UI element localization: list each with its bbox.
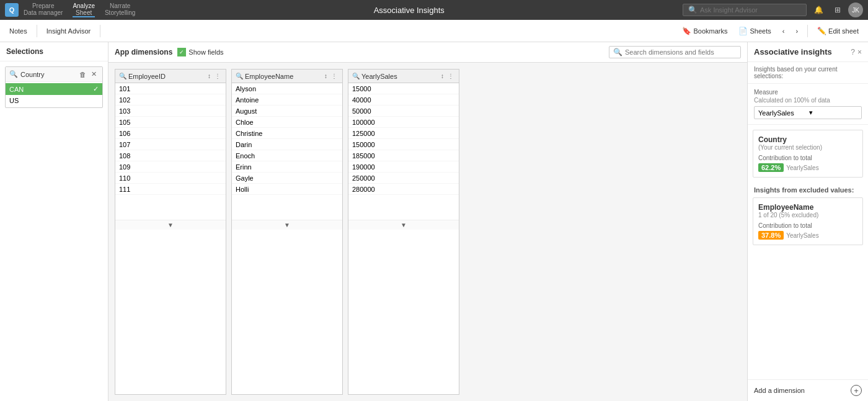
employee-id-list: 101102103105106107108109110111 bbox=[115, 83, 226, 220]
employee-name-menu-button[interactable]: ⋮ bbox=[330, 72, 339, 80]
yearly-sales-header: 🔍 YearlySales ↕ ⋮ bbox=[348, 70, 459, 83]
back-button[interactable]: ‹ bbox=[778, 25, 789, 37]
selection-actions: 🗑 ✕ bbox=[78, 70, 99, 79]
clear-selection-button[interactable]: 🗑 bbox=[78, 70, 88, 79]
edit-sheet-button[interactable]: ✏️ Edit sheet bbox=[813, 24, 863, 38]
list-item[interactable]: 110 bbox=[115, 173, 226, 184]
employee-name-sort-button[interactable]: ↕ bbox=[323, 72, 329, 80]
contribution-label-1: Contribution to total bbox=[758, 155, 857, 161]
list-item[interactable]: 102 bbox=[115, 94, 226, 106]
current-selection-title: Country bbox=[758, 135, 857, 144]
list-item[interactable]: 108 bbox=[115, 150, 226, 161]
measure-section: Measure Calculated on 100% of data Yearl… bbox=[748, 84, 868, 125]
list-item[interactable]: 250000 bbox=[348, 173, 459, 184]
bookmarks-icon: 🔖 bbox=[682, 27, 691, 35]
search-icon: 🔍 bbox=[688, 6, 698, 14]
list-item[interactable]: August bbox=[232, 106, 342, 117]
contribution-bar-row-2: 37.8% YearlySales bbox=[758, 231, 857, 240]
us-option[interactable]: US bbox=[6, 95, 102, 106]
plus-circle-icon: + bbox=[851, 385, 862, 396]
remove-selection-button[interactable]: ✕ bbox=[89, 70, 99, 79]
list-item[interactable]: 100000 bbox=[348, 117, 459, 128]
list-item[interactable]: 190000 bbox=[348, 161, 459, 173]
excluded-card: EmployeeName 1 of 20 (5% excluded) Contr… bbox=[753, 197, 863, 245]
pencil-icon: ✏️ bbox=[817, 27, 826, 35]
yearly-sales-scroll-down[interactable]: ▼ bbox=[348, 220, 459, 230]
employee-name-scroll-down[interactable]: ▼ bbox=[232, 220, 342, 230]
contribution-measure-1: YearlySales bbox=[786, 164, 818, 171]
list-item[interactable]: 185000 bbox=[348, 150, 459, 161]
forward-button[interactable]: › bbox=[791, 25, 802, 37]
employee-name-title: EmployeeName bbox=[245, 73, 321, 80]
insights-from-label: Insights from excluded values: bbox=[748, 182, 868, 195]
list-item[interactable]: Gayle bbox=[232, 173, 342, 184]
avatar[interactable]: JK bbox=[848, 2, 863, 17]
employee-id-header: 🔍 EmployeeID ↕ ⋮ bbox=[115, 70, 226, 83]
ask-advisor-input-wrapper[interactable]: 🔍 bbox=[683, 4, 807, 16]
employee-id-sort-button[interactable]: ↕ bbox=[206, 72, 212, 80]
apps-button[interactable]: ⊞ bbox=[831, 4, 844, 16]
app-title: Associative Insights bbox=[374, 6, 445, 15]
insight-advisor-button[interactable]: Insight Advisor bbox=[42, 25, 95, 37]
list-item[interactable]: 105 bbox=[115, 117, 226, 128]
list-item[interactable]: 106 bbox=[115, 128, 226, 139]
current-selection-card: Country (Your current selection) Contrib… bbox=[753, 130, 863, 178]
yearly-sales-sort-button[interactable]: ↕ bbox=[440, 72, 445, 80]
measure-dropdown[interactable]: YearlySales ▾ bbox=[754, 106, 862, 119]
measure-selected-value: YearlySales bbox=[758, 109, 807, 117]
list-item[interactable]: 111 bbox=[115, 184, 226, 195]
employee-id-title: EmployeeID bbox=[128, 73, 205, 80]
left-panel: Selections 🔍 Country 🗑 ✕ CAN ✓ US bbox=[0, 42, 108, 401]
contribution-bar-row-1: 62.2% YearlySales bbox=[758, 163, 857, 172]
insights-close-icon[interactable]: × bbox=[857, 48, 862, 56]
yearly-sales-menu-button[interactable]: ⋮ bbox=[446, 72, 455, 80]
sheet-label: Sheet bbox=[76, 9, 92, 16]
list-item[interactable]: 50000 bbox=[348, 106, 459, 117]
dim-search-input[interactable] bbox=[625, 48, 737, 56]
bookmarks-button[interactable]: 🔖 Bookmarks bbox=[678, 24, 732, 38]
list-item[interactable]: 101 bbox=[115, 83, 226, 94]
list-item[interactable]: 125000 bbox=[348, 128, 459, 139]
employee-id-menu-button[interactable]: ⋮ bbox=[213, 72, 222, 80]
measure-label: Measure bbox=[754, 89, 862, 96]
notes-button[interactable]: Notes bbox=[5, 25, 32, 37]
contribution-percent-1: 62.2% bbox=[758, 163, 784, 172]
show-fields-toggle[interactable]: ✓ Show fields bbox=[177, 48, 223, 56]
list-item[interactable]: 280000 bbox=[348, 184, 459, 195]
list-item[interactable]: Antoine bbox=[232, 94, 342, 106]
list-item[interactable]: 15000 bbox=[348, 83, 459, 94]
list-item[interactable]: Erinn bbox=[232, 161, 342, 173]
narrate-nav[interactable]: Narrate Storytelling bbox=[105, 2, 135, 17]
add-dimension-button[interactable]: Add a dimension + bbox=[748, 379, 868, 401]
can-option[interactable]: CAN ✓ bbox=[6, 83, 102, 95]
app-dim-header: App dimensions ✓ Show fields 🔍 bbox=[108, 42, 747, 63]
list-item[interactable]: Chloe bbox=[232, 117, 342, 128]
employee-id-table: 🔍 EmployeeID ↕ ⋮ 10110210310510610710810… bbox=[115, 69, 226, 395]
dim-search-wrapper[interactable]: 🔍 bbox=[609, 46, 741, 58]
ask-advisor-input[interactable] bbox=[700, 6, 801, 14]
list-item[interactable]: Holli bbox=[232, 184, 342, 195]
list-item[interactable]: 103 bbox=[115, 106, 226, 117]
sheets-button[interactable]: 📄 Sheets bbox=[734, 24, 775, 38]
list-item[interactable]: Enoch bbox=[232, 150, 342, 161]
list-item[interactable]: 109 bbox=[115, 161, 226, 173]
toolbar-separator-2 bbox=[100, 25, 100, 37]
employee-id-scroll-down[interactable]: ▼ bbox=[115, 220, 226, 230]
main-layout: Selections 🔍 Country 🗑 ✕ CAN ✓ US bbox=[0, 42, 868, 401]
storytelling-label: Storytelling bbox=[105, 9, 135, 16]
toolbar-separator-1 bbox=[37, 25, 37, 37]
list-item[interactable]: 40000 bbox=[348, 94, 459, 106]
analyze-nav[interactable]: Analyze Sheet bbox=[73, 2, 95, 17]
contribution-percent-2: 37.8% bbox=[758, 231, 784, 240]
list-item[interactable]: Darin bbox=[232, 139, 342, 150]
prepare-nav[interactable]: Prepare Data manager bbox=[24, 2, 63, 17]
current-selection-subtitle: (Your current selection) bbox=[758, 144, 857, 151]
list-item[interactable]: Christine bbox=[232, 128, 342, 139]
list-item[interactable]: Alyson bbox=[232, 83, 342, 94]
list-item[interactable]: 107 bbox=[115, 139, 226, 150]
excluded-card-subtitle: 1 of 20 (5% excluded) bbox=[758, 212, 857, 219]
list-item[interactable]: 150000 bbox=[348, 139, 459, 150]
toolbar-right: 🔖 Bookmarks 📄 Sheets ‹ › ✏️ Edit sheet bbox=[678, 24, 863, 38]
notifications-button[interactable]: 🔔 bbox=[810, 4, 827, 16]
insights-help-icon[interactable]: ? bbox=[851, 48, 855, 56]
